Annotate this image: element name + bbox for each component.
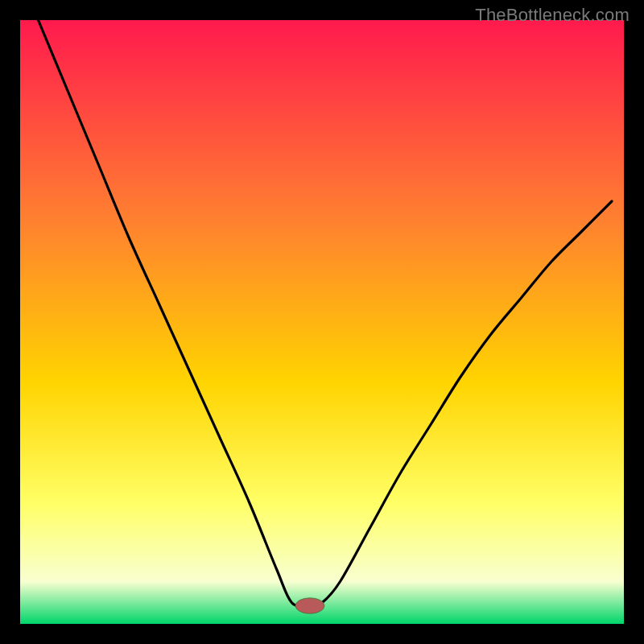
gradient-background: [20, 20, 624, 624]
plot-area: [20, 20, 624, 624]
bottleneck-chart: [20, 20, 624, 624]
chart-frame: TheBottleneck.com: [0, 0, 644, 644]
watermark-text: TheBottleneck.com: [475, 5, 630, 26]
optimal-point-marker: [295, 598, 324, 613]
